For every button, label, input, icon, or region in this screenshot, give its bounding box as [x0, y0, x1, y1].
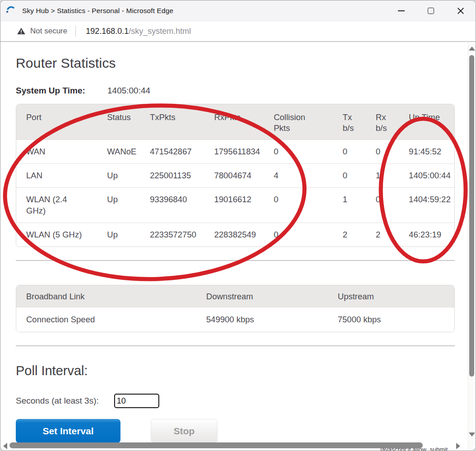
- maximize-icon: [428, 8, 434, 14]
- table-row-wan: WAN WANoE 471542867 1795611834 0 0 0 91:…: [16, 139, 454, 163]
- system-up-time-value: 1405:00:44: [107, 86, 150, 96]
- cell-rxbs: 0: [366, 139, 399, 163]
- not-secure-label: Not secure: [30, 27, 67, 36]
- window-titlebar: Sky Hub > Statistics - Personal - Micros…: [0, 0, 476, 21]
- col-header-rx-bs: Rx b/s: [366, 104, 399, 139]
- cell-status: Up: [97, 223, 140, 246]
- scroll-down-icon[interactable]: [469, 432, 475, 437]
- close-icon: [457, 7, 464, 14]
- cell-txpkts: 471542867: [140, 139, 204, 163]
- scroll-right-icon[interactable]: [456, 443, 460, 449]
- address-bar[interactable]: Not secure 192.168.0.1/sky_system.html: [0, 21, 476, 42]
- stop-button[interactable]: Stop: [151, 419, 217, 443]
- poll-buttons-row: Set Interval Stop: [16, 419, 470, 443]
- col-header-broadband-link: Broadband Link: [16, 285, 196, 307]
- page-title: Router Statistics: [16, 56, 470, 71]
- col-header-tx-bs: Tx b/s: [333, 104, 365, 139]
- cell-txbs: 0: [333, 163, 365, 187]
- cell-port: WLAN (2.4 GHz): [16, 187, 97, 223]
- cell-upstream-speed: 75000 kbps: [328, 307, 454, 332]
- cell-status: Up: [97, 163, 140, 187]
- cell-rxpkts: 19016612: [204, 187, 264, 223]
- port-statistics-table: Port Status TxPkts RxPkts Collision Pkts…: [16, 104, 455, 247]
- cell-txpkts: 2233572750: [140, 223, 204, 246]
- cell-status: Up: [97, 187, 140, 223]
- horizontal-scrollbar-thumb[interactable]: [9, 442, 423, 448]
- cell-rxbs: 2: [366, 223, 399, 246]
- close-button[interactable]: [446, 0, 476, 21]
- minimize-icon: [398, 10, 405, 11]
- table-row-wlan-24: WLAN (2.4 GHz) Up 93396840 19016612 0 1 …: [16, 187, 454, 223]
- cell-port: WAN: [16, 139, 97, 163]
- cell-uptime: 91:45:52: [399, 139, 454, 163]
- col-header-collision-pkts: Collision Pkts: [264, 104, 333, 139]
- maximize-button[interactable]: [416, 0, 446, 21]
- window-controls: [386, 0, 476, 21]
- col-header-status: Status: [97, 104, 140, 139]
- stats-header-row: Port Status TxPkts RxPkts Collision Pkts…: [16, 104, 454, 139]
- vertical-scrollbar-thumb[interactable]: [469, 55, 474, 377]
- scroll-left-icon[interactable]: [3, 443, 7, 449]
- cell-collision: 4: [264, 163, 333, 187]
- url-text[interactable]: 192.168.0.1/sky_system.html: [86, 27, 191, 36]
- cell-uptime: 1404:59:22: [399, 187, 454, 223]
- divider-2: [16, 345, 455, 346]
- col-header-port: Port: [16, 104, 97, 139]
- cell-uptime: 46:23:19: [399, 223, 454, 246]
- url-host: 192.168.0.1: [86, 27, 129, 36]
- cell-rxpkts: 1795611834: [204, 139, 264, 163]
- table-row-lan: LAN Up 225001135 78004674 4 0 1 1405:00:…: [16, 163, 454, 187]
- sky-logo-icon: [5, 5, 16, 16]
- cell-txbs: 1: [333, 187, 365, 223]
- cell-rxpkts: 228382549: [204, 223, 264, 246]
- cell-rxbs: 1: [366, 163, 399, 187]
- page-content: Router Statistics System Up Time: 1405:0…: [0, 42, 470, 443]
- cell-rxbs: 0: [366, 187, 399, 223]
- cell-downstream-speed: 549900 kbps: [196, 307, 328, 332]
- divider-1: [16, 260, 455, 261]
- col-header-downstream: Downstream: [196, 285, 328, 307]
- broadband-link-table: Broadband Link Downstream Upstream Conne…: [16, 285, 455, 332]
- url-path: /sky_system.html: [129, 27, 191, 36]
- col-header-upstream: Upstream: [328, 285, 454, 307]
- address-divider: [75, 26, 76, 37]
- cell-status: WANoE: [97, 139, 140, 163]
- cell-collision: 0: [264, 223, 333, 246]
- col-header-rxpkts: RxPkts: [204, 104, 264, 139]
- cell-collision: 0: [264, 187, 333, 223]
- browser-window: Sky Hub > Statistics - Personal - Micros…: [0, 0, 476, 451]
- col-header-up-time: Up Time: [399, 104, 454, 139]
- minimize-button[interactable]: [386, 0, 416, 21]
- cell-connection-speed-label: Connection Speed: [16, 307, 196, 332]
- broadband-header-row: Broadband Link Downstream Upstream: [16, 285, 454, 307]
- table-row-connection-speed: Connection Speed 549900 kbps 75000 kbps: [16, 307, 454, 332]
- scroll-up-icon[interactable]: [469, 46, 475, 51]
- cell-txpkts: 225001135: [140, 163, 204, 187]
- cell-txbs: 2: [333, 223, 365, 246]
- cell-collision: 0: [264, 139, 333, 163]
- col-header-txpkts: TxPkts: [140, 104, 204, 139]
- system-up-time-row: System Up Time: 1405:00:44: [16, 86, 470, 96]
- set-interval-button[interactable]: Set Interval: [16, 419, 120, 443]
- cell-txpkts: 93396840: [140, 187, 204, 223]
- cell-uptime: 1405:00:44: [399, 163, 454, 187]
- cell-txbs: 0: [333, 139, 365, 163]
- table-row-wlan-5: WLAN (5 GHz) Up 2233572750 228382549 0 2…: [16, 223, 454, 246]
- cell-port: WLAN (5 GHz): [16, 223, 97, 246]
- poll-interval-row: Seconds (at least 3s):: [16, 394, 470, 408]
- poll-interval-input[interactable]: [114, 394, 159, 408]
- cell-rxpkts: 78004674: [204, 163, 264, 187]
- poll-interval-heading: Poll Interval:: [16, 363, 470, 378]
- cell-port: LAN: [16, 163, 97, 187]
- poll-seconds-label: Seconds (at least 3s):: [16, 396, 99, 406]
- not-secure-warning-icon: [17, 27, 26, 36]
- window-title: Sky Hub > Statistics - Personal - Micros…: [22, 7, 173, 15]
- system-up-time-label: System Up Time:: [16, 86, 107, 96]
